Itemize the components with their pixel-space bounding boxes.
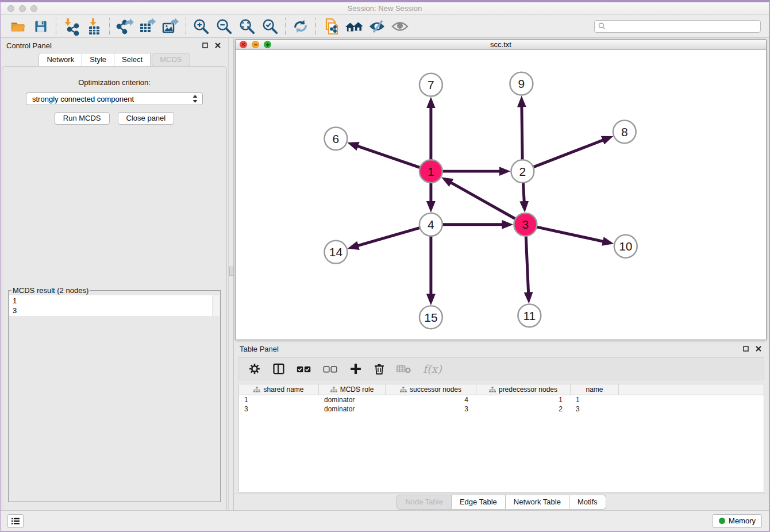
edge-3-10[interactable] xyxy=(536,227,610,243)
column-header-label: MCDS role xyxy=(340,385,374,394)
table-cell[interactable]: dominator xyxy=(319,396,386,404)
table-row-2[interactable]: 3dominator323 xyxy=(239,404,764,414)
tab-network-table[interactable]: Network Table xyxy=(506,495,569,510)
column-header-MCDS-role[interactable]: MCDS role xyxy=(319,384,386,395)
hide-graphics-details-icon[interactable] xyxy=(365,17,388,36)
table-cell[interactable]: 1 xyxy=(476,396,571,404)
zoom-fit-icon[interactable] xyxy=(236,17,259,36)
import-table-icon[interactable] xyxy=(83,17,106,36)
home-icon[interactable] xyxy=(342,17,365,36)
edge-2-9[interactable] xyxy=(522,101,522,161)
table-cell[interactable]: 3 xyxy=(386,405,476,413)
add-column-icon[interactable] xyxy=(349,363,362,375)
import-network-icon[interactable] xyxy=(60,17,83,36)
edge-4-14[interactable] xyxy=(352,228,421,248)
delete-column-icon[interactable] xyxy=(374,363,385,375)
column-sort-icon xyxy=(489,387,496,392)
control-panel-title: Control Panel xyxy=(6,41,52,50)
toggle-column-view-icon[interactable] xyxy=(272,363,285,375)
memory-label: Memory xyxy=(729,516,756,525)
table-cell[interactable]: 2 xyxy=(476,405,571,413)
toolbar-separator xyxy=(315,18,316,35)
node-label-3: 3 xyxy=(522,218,529,231)
table-toolbar: f(x) xyxy=(238,357,764,380)
export-table-icon[interactable] xyxy=(136,17,159,36)
column-header-shared-name[interactable]: shared name xyxy=(239,384,319,395)
column-header-predecessor-nodes[interactable]: predecessor nodes xyxy=(476,384,571,395)
show-graphics-details-icon[interactable] xyxy=(388,17,411,36)
window-titlebar: Session: New Session xyxy=(1,2,769,15)
node-label-11: 11 xyxy=(523,309,536,322)
toolbar-separator xyxy=(285,18,286,35)
window-title: Session: New Session xyxy=(1,4,769,13)
mcds-result-box[interactable]: 13 xyxy=(9,295,220,316)
zoom-out-icon[interactable] xyxy=(213,17,236,36)
tab-motifs[interactable]: Motifs xyxy=(569,495,606,510)
tab-select[interactable]: Select xyxy=(114,53,151,67)
edge-3-1[interactable] xyxy=(445,179,517,219)
deselect-all-columns-icon[interactable] xyxy=(323,364,338,374)
close-panel-icon[interactable] xyxy=(213,41,222,50)
search-box xyxy=(594,20,761,33)
list-icon xyxy=(11,517,20,525)
node-label-9: 9 xyxy=(518,77,525,90)
delete-table-icon[interactable] xyxy=(396,364,411,374)
right-column: scc.txt 1234678910111415 Table Panel xyxy=(234,38,769,510)
edge-2-8[interactable] xyxy=(532,138,609,168)
task-list-button[interactable] xyxy=(7,514,24,528)
mcds-result-fieldset: MCDS result (2 nodes) 13 xyxy=(8,286,221,502)
zoom-in-icon[interactable] xyxy=(190,17,213,36)
main-toolbar xyxy=(1,15,769,38)
apply-layout-icon[interactable] xyxy=(289,17,312,36)
control-panel: Control Panel NetworkStyleSelectMCDS Opt… xyxy=(1,38,228,510)
table-cell[interactable]: 4 xyxy=(386,396,476,404)
open-session-icon[interactable] xyxy=(6,17,29,36)
column-header-name[interactable]: name xyxy=(571,384,619,395)
float-panel-icon[interactable] xyxy=(201,41,210,50)
function-builder-icon: f(x) xyxy=(423,363,442,375)
column-header-label: predecessor nodes xyxy=(499,385,557,394)
node-table: shared nameMCDS rolesuccessor nodesprede… xyxy=(238,384,764,493)
column-sort-icon xyxy=(330,387,337,392)
edge-3-11[interactable] xyxy=(526,235,529,299)
table-cell[interactable]: dominator xyxy=(319,405,386,413)
network-canvas[interactable]: 1234678910111415 xyxy=(236,50,766,340)
run-mcds-button[interactable]: Run MCDS xyxy=(55,112,110,125)
export-image-icon[interactable] xyxy=(159,17,182,36)
table-row-1[interactable]: 1dominator411 xyxy=(239,395,764,404)
network-window-titlebar: scc.txt xyxy=(236,40,766,50)
tab-node-table[interactable]: Node Table xyxy=(396,495,452,510)
mcds-result-title: MCDS result (2 nodes) xyxy=(11,286,90,295)
node-label-7: 7 xyxy=(428,78,434,91)
table-cell[interactable]: 3 xyxy=(571,405,619,413)
edge-2-3[interactable] xyxy=(523,182,524,208)
zoom-selected-icon[interactable] xyxy=(259,17,282,36)
tab-mcds[interactable]: MCDS xyxy=(152,53,190,67)
tab-edge-table[interactable]: Edge Table xyxy=(452,495,506,510)
save-session-icon[interactable] xyxy=(29,17,52,36)
network-graph[interactable]: 1234678910111415 xyxy=(236,50,766,340)
select-all-columns-icon[interactable] xyxy=(297,364,311,374)
table-panel-header: Table Panel xyxy=(234,341,769,356)
tab-style[interactable]: Style xyxy=(82,53,114,67)
table-cell[interactable]: 1 xyxy=(239,396,319,404)
column-header-successor-nodes[interactable]: successor nodes xyxy=(386,384,476,395)
float-table-panel-icon[interactable] xyxy=(741,344,750,353)
optimization-select[interactable]: strongly connected component xyxy=(26,92,203,105)
panel-splitter[interactable] xyxy=(228,38,234,510)
edge-1-6[interactable] xyxy=(352,144,421,168)
result-scrollbar[interactable] xyxy=(212,295,220,316)
table-cell[interactable]: 3 xyxy=(239,405,319,413)
memory-button[interactable]: Memory xyxy=(713,514,762,528)
column-header-filler xyxy=(619,384,764,395)
network-window-title: scc.txt xyxy=(236,40,766,49)
node-label-15: 15 xyxy=(424,311,437,324)
column-settings-icon[interactable] xyxy=(248,363,261,375)
duplicate-network-icon[interactable] xyxy=(319,17,342,36)
table-cell[interactable]: 1 xyxy=(571,396,619,404)
search-input[interactable] xyxy=(608,22,757,30)
close-panel-button[interactable]: Close panel xyxy=(118,112,175,125)
export-network-icon[interactable] xyxy=(113,17,136,36)
tab-network[interactable]: Network xyxy=(38,53,82,67)
close-table-panel-icon[interactable] xyxy=(754,344,763,353)
